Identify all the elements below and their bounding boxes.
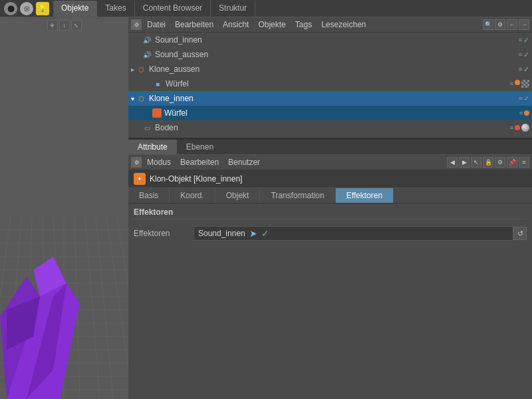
menu-icon: ⚙ [131,19,142,30]
vis-icon: ≡ [519,66,522,72]
menu-lesezeichen[interactable]: Lesezeichen [317,19,370,31]
top-bar-icons: ⬤ ◎ 💡 [0,2,53,15]
sound-icon: 🔊 [142,49,152,60]
object-row[interactable]: 🔊 Sound_innen ≡ ✓ [128,33,532,47]
menu-bearbeiten[interactable]: Bearbeiten [171,19,217,31]
obj-name: Klone_innen [149,94,489,103]
sub-tabs: Basis Koord. Objekt Transformation Effek… [128,188,532,203]
attr-menu-bar: ⚙ Modus Bearbeiten Benutzer ◀ ▶ ↖ 🔒 ⚙ 📌 … [128,155,532,170]
check-icon: ✓ [523,94,529,103]
search-icon[interactable]: 🔍 [483,19,493,30]
vis-icon: ≡ [519,95,522,102]
tab-struktur[interactable]: Struktur [211,1,255,17]
tab-attribute[interactable]: Attribute [128,140,177,154]
object-row[interactable]: ▸ ⬡ Klone_aussen ≡ ✓ [128,62,532,76]
menu-ansicht[interactable]: Ansicht [219,19,253,31]
attr-cursor-icon[interactable]: ↖ [471,157,481,168]
vis-icon: ≡ [519,37,522,43]
settings-icon[interactable]: ⚙ [495,19,505,30]
objects-list[interactable]: 🔊 Sound_innen ≡ ✓ 🔊 Sound_aussen ≡ ✓ ▸ [128,33,532,139]
attr-menu-benutzer[interactable]: Benutzer [224,156,264,168]
object-row[interactable]: 🔊 Sound_aussen ≡ ✓ [128,47,532,62]
attr-arrow-left-icon[interactable]: ◀ [447,157,458,168]
arrow-left-icon[interactable]: ← [507,19,517,30]
arrow-right-icon[interactable]: → [519,19,529,30]
sub-tab-effektoren[interactable]: Effektoren [336,188,394,203]
obj-name: Würfel [166,79,489,88]
vp-nav-rot[interactable]: ↕ [59,20,70,31]
attr-lock-icon[interactable]: 🔒 [483,157,493,168]
obj-row-icons: ≡ [489,110,529,116]
vp-nav-arrows[interactable]: ✛ [47,20,58,31]
vis-icon: ≡ [510,80,513,87]
main-layout: ✛ ↕ ⤡ ⚙ Datei Bearbeiten Ansicht Objekte… [0,17,532,399]
effektoren-add-button[interactable]: ↺ [513,227,527,240]
attr-settings-icon[interactable]: ⚙ [495,157,505,168]
tab-content-browser[interactable]: Content Browser [135,1,211,17]
menu-objekte[interactable]: Objekte [254,19,289,31]
obj-name: Klone_aussen [149,65,489,74]
tab-objekte[interactable]: Objekte [53,1,97,17]
obj-row-icons: ≡ ✓ [489,65,529,74]
cube-icons [515,80,529,88]
sphere-icon [521,124,529,132]
main-tab-bar: Objekte Takes Content Browser Struktur [53,1,532,17]
expand-icon: ▾ [131,95,134,102]
effektoren-value[interactable]: Sound_innen ➤ ✓ [194,226,513,241]
cloner-icon: ⬡ [136,64,146,74]
klon-icon: ✦ [134,173,146,185]
effektoren-arrow-icon: ➤ [249,228,257,239]
orange-dot [524,110,529,116]
red-dot [515,125,520,130]
icon3: 💡 [36,2,49,15]
vis-icon: ≡ [519,51,522,58]
obj-row-icons: ≡ [489,80,529,88]
obj-row-icons: ≡ [489,124,529,132]
effektoren-row: Effektoren Sound_innen ➤ ✓ ↺ [134,223,527,243]
sub-tab-transformation[interactable]: Transformation [260,188,335,203]
vis-icon: ≡ [519,110,523,116]
sound-icon: 🔊 [142,35,152,45]
obj-name: Würfel [164,108,489,118]
object-row[interactable]: ▭ Boden ≡ [128,120,532,135]
checkerboard-icon [521,80,529,88]
menu-tags[interactable]: Tags [291,19,316,31]
sub-tab-koord[interactable]: Koord. [170,188,215,203]
vis-icon: ≡ [510,124,513,131]
menu-datei[interactable]: Datei [143,19,170,31]
object-row[interactable]: ■ Würfel ≡ [128,76,532,91]
check-icon: ✓ [523,51,529,59]
obj-row-icons: ≡ ✓ [489,51,529,59]
attr-panel: ⚙ Modus Bearbeiten Benutzer ◀ ▶ ↖ 🔒 ⚙ 📌 … [128,155,532,399]
effektoren-check-icon: ✓ [261,228,269,239]
effektoren-title: Effektoren [134,207,527,219]
obj-name: Sound_aussen [155,50,489,59]
sub-tab-objekt[interactable]: Objekt [215,188,261,203]
viewport-3d[interactable]: ✛ ↕ ⤡ [0,17,128,399]
klon-label: Klon-Objekt [Klone_innen] [150,174,242,184]
object-row-selected[interactable]: ▾ ⬡ Klone_innen ≡ ✓ [128,91,532,106]
attr-menu-modus[interactable]: Modus [143,156,175,168]
obj-row-icons: ≡ ✓ [489,36,529,45]
attr-menu-right: ◀ ▶ ↖ 🔒 ⚙ 📌 ≡ [447,157,529,168]
attr-pin-icon[interactable]: 📌 [507,157,517,168]
attr-menu-bearbeiten[interactable]: Bearbeiten [176,156,223,168]
check-icon: ✓ [523,65,529,74]
viewport-grid [0,17,128,399]
effektoren-section: Effektoren Effektoren Sound_innen ➤ ✓ ↺ [128,203,532,247]
attr-menu-icon: ⚙ [131,157,142,168]
cube-icon [152,108,162,118]
object-row-child-selected[interactable]: Würfel ≡ [128,106,532,120]
obj-name: Sound_innen [155,35,489,45]
obj-row-icons: ≡ ✓ [489,94,529,103]
menu-right-icons: 🔍 ⚙ ← → [483,19,529,30]
sub-tab-basis[interactable]: Basis [128,188,170,203]
klon-header: ✦ Klon-Objekt [Klone_innen] [128,170,532,188]
tab-ebenen[interactable]: Ebenen [177,140,223,154]
effektoren-item-name: Sound_innen [198,229,245,238]
tab-takes[interactable]: Takes [97,1,134,17]
attr-arrow-right-icon[interactable]: ▶ [459,157,469,168]
vp-nav-scale[interactable]: ⤡ [71,20,82,31]
attr-extra-icon[interactable]: ≡ [519,157,529,168]
attr-tab-bar: Attribute Ebenen [128,139,532,155]
